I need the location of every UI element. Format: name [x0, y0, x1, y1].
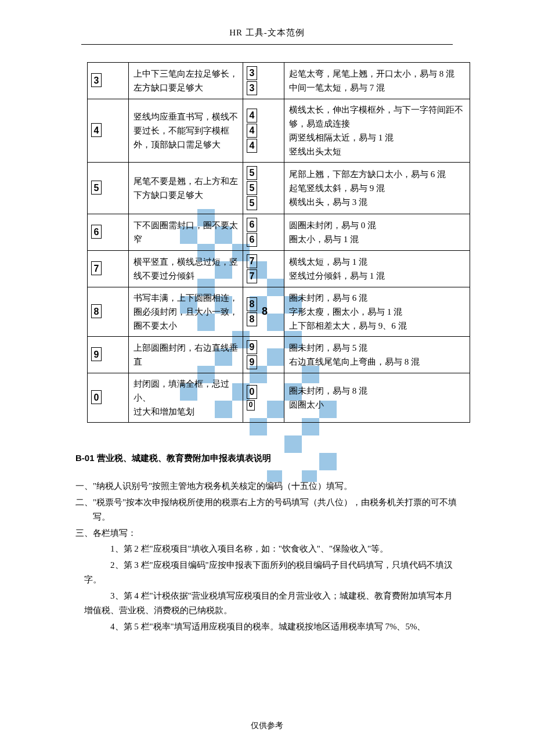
wrong-glyph: 3	[247, 81, 257, 95]
wrong-glyph: 0	[247, 385, 257, 399]
section-title: B-01 营业税、城建税、教育费附加申报表填表说明	[75, 451, 459, 466]
wrong-glyph: 8	[247, 297, 257, 311]
wrong-desc-cell: 横线太短，易与 1 混竖线过分倾斜，易与 1 混	[284, 250, 470, 287]
sample-glyph: 7	[91, 261, 102, 275]
wrong-glyph: 4	[247, 139, 257, 153]
wrong-desc-cell: 尾部上翘，下部左方缺口太小，易与 6 混起笔竖线太斜，易与 9 混横线出头，易与…	[284, 162, 470, 214]
digit-writing-table: 3上中下三笔向左拉足够长，左方缺口要足够大33起笔太弯，尾笔上翘，开口太小，易与…	[87, 62, 470, 423]
wrong-glyph: 8	[259, 305, 270, 319]
wrong-glyph: 4	[247, 124, 257, 138]
sample-glyph-cell: 5	[88, 162, 129, 214]
sample-glyph: 4	[91, 123, 102, 137]
sample-glyph: 0	[91, 390, 102, 404]
wrong-glyph: 4	[247, 109, 257, 123]
wrong-glyph: 6	[247, 218, 257, 232]
wrong-glyph-cell: 444	[243, 99, 284, 162]
wrong-desc-cell: 圆圈未封闭，易与 0 混圈太小，易与 1 混	[284, 214, 470, 250]
sample-glyph-cell: 7	[88, 250, 129, 287]
para-3-2-text: 2、第 3 栏"应税项目编码"应按申报表下面所列的税目编码子目代码填写，只填代码…	[75, 558, 459, 588]
table-row: 5尾笔不要是翘，右上方和左下方缺口要足够大555尾部上翘，下部左方缺口太小，易与…	[88, 162, 470, 214]
wrong-glyph-cell: 66	[243, 214, 284, 250]
table-row: 6下不圆圈需封口，圈不要太窄66圆圈未封闭，易与 0 混圈太小，易与 1 混	[88, 214, 470, 250]
sample-glyph-cell: 9	[88, 336, 129, 373]
para-2: 二、"税票号"按本次申报纳税所使用的税票右上方的号码填写（共八位），由税务机关打…	[75, 495, 459, 525]
wrong-glyph-cell: 99	[243, 336, 284, 373]
para-2-text: 二、"税票号"按本次申报纳税所使用的税票右上方的号码填写（共八位），由税务机关打…	[75, 495, 459, 525]
rule-cell: 上部圆圈封闭，右边直线垂直	[129, 336, 243, 373]
sample-glyph: 3	[91, 73, 102, 87]
rule-cell: 封闭圆，填满全框，忌过小、过大和增加笔划	[129, 373, 243, 422]
para-3-3: 3、第 4 栏"计税依据"营业税填写应税项目的全月营业收入；城建税、教育费附加填…	[75, 589, 459, 618]
para-1: 一、"纳税人识别号"按照主管地方税务机关核定的编码（十五位）填写。	[75, 479, 459, 494]
wrong-glyph-cell: 888	[243, 287, 284, 336]
wrong-glyph-cell: 77	[243, 250, 284, 287]
wrong-glyph: 8	[247, 312, 257, 326]
sample-glyph: 6	[91, 225, 102, 239]
wrong-glyph-cell: 33	[243, 62, 284, 99]
wrong-glyph: 9	[247, 355, 257, 369]
rule-cell: 书写丰满，上下圆圈相连，圈必须封闭，且大小一致，圈不要太小	[129, 287, 243, 336]
wrong-desc-cell: 圈未封闭，易与 5 混右边直线尾笔向上弯曲，易与 8 混	[284, 336, 470, 373]
para-3: 三、各栏填写：	[75, 526, 459, 541]
para-3-1: 1、第 2 栏"应税项目"填收入项目名称，如："饮食收入"、"保险收入"等。	[75, 542, 459, 557]
wrong-glyph: 9	[247, 340, 257, 354]
wrong-glyph-cell: 555	[243, 162, 284, 214]
wrong-glyph: 0	[247, 400, 255, 411]
wrong-glyph: 5	[247, 166, 257, 180]
wrong-glyph-cell: 00	[243, 373, 284, 422]
sample-glyph-cell: 6	[88, 214, 129, 250]
rule-cell: 横平竖直，横线忌过短，竖线不要过分倾斜	[129, 250, 243, 287]
wrong-desc-cell: 圈未封闭，易与 6 混字形太瘦，圈太小，易与 1 混上下部相差太大，易与 9、6…	[284, 287, 470, 336]
header-rule	[81, 44, 453, 45]
table-row: 3上中下三笔向左拉足够长，左方缺口要足够大33起笔太弯，尾笔上翘，开口太小，易与…	[88, 62, 470, 99]
table-row: 9上部圆圈封闭，右边直线垂直99圈未封闭，易与 5 混右边直线尾笔向上弯曲，易与…	[88, 336, 470, 373]
wrong-glyph: 7	[247, 269, 257, 283]
para-3-4: 4、第 5 栏"税率"填写适用应税项目的税率。城建税按地区适用税率填写 7%、5…	[75, 620, 459, 635]
table-row: 8书写丰满，上下圆圈相连，圈必须封闭，且大小一致，圈不要太小888圈未封闭，易与…	[88, 287, 470, 336]
sample-glyph: 8	[91, 304, 102, 318]
instructions-body: 一、"纳税人识别号"按照主管地方税务机关核定的编码（十五位）填写。 二、"税票号…	[75, 479, 459, 634]
rule-cell: 尾笔不要是翘，右上方和左下方缺口要足够大	[129, 162, 243, 214]
wrong-desc-cell: 横线太长，伸出字模框外，与下一字符间距不够，易造成连接两竖线相隔太近，易与 1 …	[284, 99, 470, 162]
wrong-desc-cell: 圈未封闭，易与 8 混圆圈太小	[284, 373, 470, 422]
wrong-desc-cell: 起笔太弯，尾笔上翘，开口太小，易与 8 混中间一笔太短，易与 7 混	[284, 62, 470, 99]
table-row: 0封闭圆，填满全框，忌过小、过大和增加笔划00圈未封闭，易与 8 混圆圈太小	[88, 373, 470, 422]
sample-glyph: 9	[91, 347, 102, 361]
wrong-glyph: 5	[247, 181, 257, 195]
table-row: 4竖线均应垂直书写，横线不要过长，不能写到字模框外，顶部缺口需足够大444横线太…	[88, 99, 470, 162]
sample-glyph-cell: 8	[88, 287, 129, 336]
sample-glyph-cell: 0	[88, 373, 129, 422]
sample-glyph-cell: 4	[88, 99, 129, 162]
rule-cell: 竖线均应垂直书写，横线不要过长，不能写到字模框外，顶部缺口需足够大	[129, 99, 243, 162]
para-3-3-text: 3、第 4 栏"计税依据"营业税填写应税项目的全月营业收入；城建税、教育费附加填…	[75, 589, 459, 618]
page-footer: 仅供参考	[0, 719, 534, 733]
table-row: 7横平竖直，横线忌过短，竖线不要过分倾斜77横线太短，易与 1 混竖线过分倾斜，…	[88, 250, 470, 287]
rule-cell: 下不圆圈需封口，圈不要太窄	[129, 214, 243, 250]
rule-cell: 上中下三笔向左拉足够长，左方缺口要足够大	[129, 62, 243, 99]
wrong-glyph: 3	[247, 66, 257, 80]
wrong-glyph: 7	[247, 254, 257, 268]
page-header: HR 工具-文本范例	[75, 26, 459, 41]
sample-glyph-cell: 3	[88, 62, 129, 99]
sample-glyph: 5	[91, 181, 102, 195]
wrong-glyph: 5	[247, 196, 257, 210]
wrong-glyph: 6	[247, 233, 257, 247]
para-3-2: 2、第 3 栏"应税项目编码"应按申报表下面所列的税目编码子目代码填写，只填代码…	[75, 558, 459, 588]
